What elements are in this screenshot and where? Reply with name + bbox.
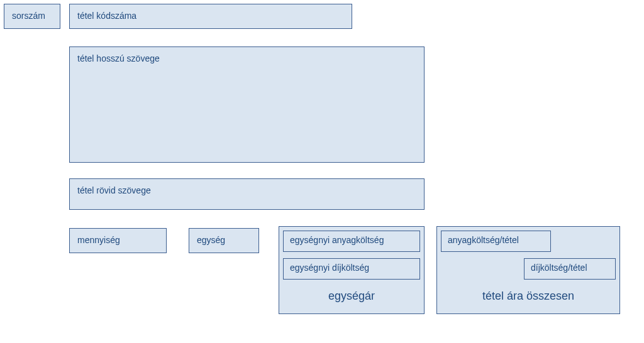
item-long-text-field: tétel hosszú szövege [69,46,425,163]
unit-field: egység [189,228,259,253]
quantity-field: mennyiség [69,228,167,253]
item-short-text-field: tétel rövid szövege [69,178,425,210]
material-cost-per-item-field: anyagköltség/tétel [441,231,551,252]
item-code-field: tétel kódszáma [69,4,352,29]
item-total-label: tétel ára összesen [437,290,619,303]
material-cost-per-unit-field: egységnyi anyagköltség [283,231,420,252]
unit-price-group: egységnyi anyagköltség egységnyi díjkölt… [279,226,425,314]
serial-number-field: sorszám [4,4,60,29]
unit-price-label: egységár [279,290,424,303]
labor-cost-per-item-field: díjköltség/tétel [524,258,616,280]
item-total-group: anyagköltség/tétel díjköltség/tétel téte… [436,226,620,314]
labor-cost-per-unit-field: egységnyi díjköltség [283,258,420,280]
